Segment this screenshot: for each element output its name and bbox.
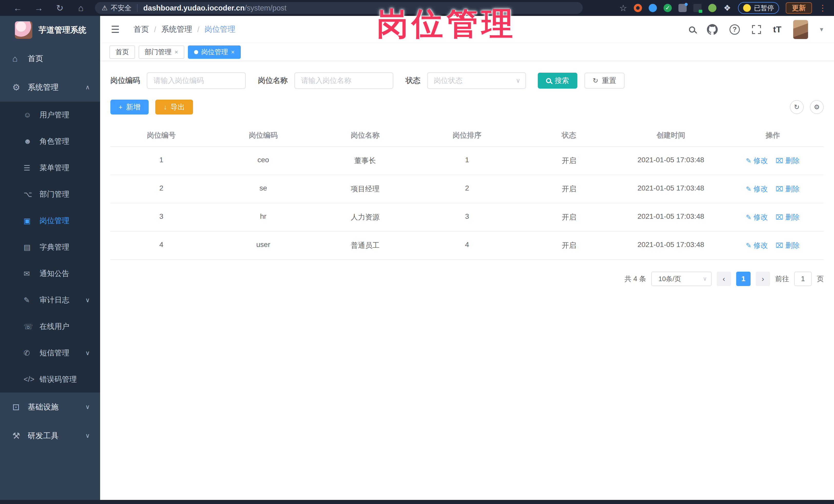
security-warning-icon[interactable]: ⚠ bbox=[102, 4, 108, 12]
edit-link[interactable]: ✎ 修改 bbox=[746, 184, 768, 194]
extension-icon-check[interactable]: ✓ bbox=[663, 4, 672, 12]
extension-icon-cn[interactable] bbox=[693, 4, 702, 12]
table-row: 3 hr 人力资源 3 开启 2021-01-05 17:03:48 ✎ 修改 bbox=[110, 203, 824, 232]
breadcrumb-item[interactable]: 首页 bbox=[133, 24, 149, 35]
edit-link[interactable]: ✎ 修改 bbox=[746, 156, 768, 166]
menu-item-label: 通知公告 bbox=[40, 268, 69, 279]
browser-reload-icon[interactable]: ↻ bbox=[49, 3, 70, 13]
sidebar-subitem[interactable]: ☰ 菜单管理 bbox=[0, 155, 100, 181]
post-code-label: 岗位编码 bbox=[110, 75, 140, 86]
cell-post-status: 开启 bbox=[518, 203, 620, 231]
browser-update-button[interactable]: 更新 bbox=[786, 2, 812, 14]
sidebar-subitem[interactable]: ✆ 短信管理 ∨ bbox=[0, 340, 100, 366]
refresh-circle-button[interactable]: ↻ bbox=[790, 100, 804, 114]
columns-settings-button[interactable]: ⚙ bbox=[810, 100, 824, 114]
bookmark-star-icon[interactable]: ☆ bbox=[619, 3, 627, 13]
view-tab[interactable]: 部门管理 × bbox=[139, 45, 184, 59]
delete-link[interactable]: ⌧ 删除 bbox=[775, 241, 799, 250]
post-code-input[interactable] bbox=[147, 72, 246, 89]
help-icon[interactable]: ? bbox=[729, 24, 740, 35]
fullscreen-icon[interactable] bbox=[752, 25, 761, 35]
status-select[interactable]: 岗位状态 ∨ bbox=[427, 72, 526, 89]
content: 岗位编码 岗位名称 状态 岗位状态 ∨ 搜索 ↻ 重置 bbox=[100, 72, 834, 286]
menu-item-icon: ⚙ bbox=[12, 82, 28, 92]
browser-menu-icon[interactable]: ⋮ bbox=[818, 3, 827, 13]
tab-close-icon[interactable]: × bbox=[175, 48, 178, 56]
sidebar-item[interactable]: ⚙ 系统管理 ∧ bbox=[0, 73, 100, 102]
next-page-button[interactable]: › bbox=[756, 272, 770, 286]
page-1-button[interactable]: 1 bbox=[736, 272, 751, 286]
sidebar-subitem[interactable]: </> 错误码管理 bbox=[0, 366, 100, 393]
table-toolbar: + 新增 ↓ 导出 ↻ ⚙ bbox=[110, 100, 824, 114]
browser-forward-icon[interactable]: → bbox=[28, 3, 49, 13]
app-logo-row[interactable]: 芋道管理系统 bbox=[0, 16, 100, 44]
app-title: 芋道管理系统 bbox=[39, 25, 86, 36]
app-logo bbox=[15, 21, 32, 39]
sidebar-item[interactable]: ⚒ 研发工具 ∨ bbox=[0, 421, 100, 450]
search-icon[interactable] bbox=[689, 26, 695, 32]
page: ← → ↻ ⌂ ⚠ 不安全 dashboard.yudao.iocoder.cn… bbox=[0, 0, 834, 504]
table-column-header: 状态 bbox=[518, 124, 620, 146]
delete-link[interactable]: ⌧ 删除 bbox=[775, 184, 799, 194]
sidebar-subitem[interactable]: ▣ 岗位管理 bbox=[0, 207, 100, 234]
delete-link[interactable]: ⌧ 删除 bbox=[775, 156, 799, 166]
cell-post-code: se bbox=[212, 175, 314, 203]
menu-item-label: 部门管理 bbox=[40, 189, 69, 199]
cell-actions: ✎ 修改 ⌧ 删除 bbox=[722, 175, 824, 203]
cell-post-status: 开启 bbox=[518, 232, 620, 259]
browser-home-icon[interactable]: ⌂ bbox=[70, 3, 91, 13]
sidebar-subitem[interactable]: ▤ 字典管理 bbox=[0, 234, 100, 260]
menu-item-label: 首页 bbox=[28, 53, 43, 64]
goto-page-input[interactable] bbox=[794, 272, 812, 286]
reset-button[interactable]: ↻ 重置 bbox=[585, 73, 624, 89]
avatar[interactable] bbox=[793, 20, 808, 39]
extension-icon-orange[interactable] bbox=[634, 4, 642, 12]
sidebar-subitem[interactable]: ⌥ 部门管理 bbox=[0, 181, 100, 207]
browser-back-icon[interactable]: ← bbox=[7, 3, 28, 13]
goto-label: 前往 bbox=[775, 274, 789, 283]
browser-extensions-area: ☆ ✓ ❖ 已暂停 更新 ⋮ bbox=[619, 2, 827, 14]
edit-link[interactable]: ✎ 修改 bbox=[746, 212, 768, 222]
sidebar-submenu: ☺ 用户管理 ☻ 角色管理 ☰ 菜单管理 ⌥ bbox=[0, 102, 100, 393]
table-row: 2 se 项目经理 2 开启 2021-01-05 17:03:48 ✎ 修改 bbox=[110, 175, 824, 203]
font-size-icon[interactable]: tT bbox=[773, 24, 782, 35]
sidebar-subitem[interactable]: ☺ 用户管理 bbox=[0, 102, 100, 128]
export-button[interactable]: ↓ 导出 bbox=[155, 100, 193, 114]
menu-item-icon: ☰ bbox=[24, 163, 40, 172]
sidebar-subitem[interactable]: ✉ 通知公告 bbox=[0, 260, 100, 287]
extensions-puzzle-icon[interactable]: ❖ bbox=[723, 4, 731, 12]
menu-item-icon: ☏ bbox=[24, 322, 40, 331]
menu-item-icon: ⌂ bbox=[12, 54, 28, 64]
extension-icon-pin[interactable] bbox=[649, 4, 657, 12]
edit-link[interactable]: ✎ 修改 bbox=[746, 241, 768, 250]
view-tab[interactable]: 首页 bbox=[109, 45, 135, 59]
active-dot-icon bbox=[194, 50, 198, 54]
extension-icon-gray[interactable] bbox=[678, 4, 687, 12]
menu-item-label: 审计日志 bbox=[40, 295, 69, 305]
sidebar-item[interactable]: ⌂ 首页 bbox=[0, 44, 100, 73]
extension-icon-leaf[interactable] bbox=[708, 4, 717, 12]
post-name-input[interactable] bbox=[294, 72, 393, 89]
github-icon[interactable] bbox=[707, 24, 718, 35]
table-settings: ↻ ⚙ bbox=[790, 100, 824, 114]
sidebar-subitem[interactable]: ☻ 角色管理 bbox=[0, 128, 100, 155]
prev-page-button[interactable]: ‹ bbox=[717, 272, 731, 286]
sidebar-item[interactable]: ⊡ 基础设施 ∨ bbox=[0, 393, 100, 421]
breadcrumb-item[interactable]: 系统管理 bbox=[161, 24, 192, 35]
cell-actions: ✎ 修改 ⌧ 删除 bbox=[722, 147, 824, 175]
add-button[interactable]: + 新增 bbox=[110, 100, 149, 114]
sidebar-collapse-icon[interactable]: ☰ bbox=[111, 24, 119, 35]
breadcrumb-item[interactable]: 岗位管理 bbox=[204, 24, 235, 35]
sidebar-subitem[interactable]: ☏ 在线用户 bbox=[0, 313, 100, 340]
search-button[interactable]: 搜索 bbox=[538, 73, 577, 89]
table-column-header: 岗位排序 bbox=[416, 124, 518, 146]
delete-label: 删除 bbox=[785, 156, 799, 166]
delete-link[interactable]: ⌧ 删除 bbox=[775, 212, 799, 222]
caret-down-icon[interactable]: ▾ bbox=[820, 25, 823, 34]
page-size-select[interactable]: 10条/页 ∨ bbox=[651, 272, 711, 286]
profile-paused-badge[interactable]: 已暂停 bbox=[738, 2, 779, 14]
view-tab[interactable]: 岗位管理 × bbox=[188, 45, 241, 59]
sidebar-subitem[interactable]: ✎ 审计日志 ∨ bbox=[0, 287, 100, 313]
cell-post-id: 4 bbox=[110, 232, 212, 259]
tab-close-icon[interactable]: × bbox=[231, 48, 235, 56]
